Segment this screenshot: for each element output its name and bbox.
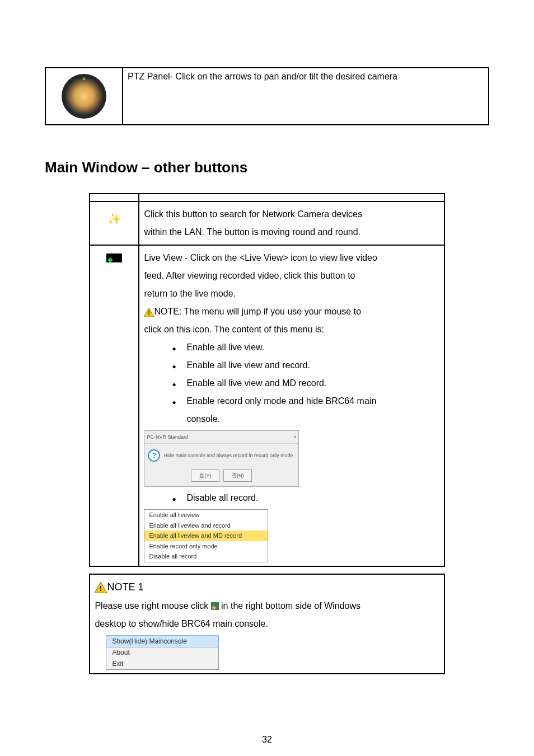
- note-title-line: ! NOTE 1: [95, 577, 439, 597]
- note-text: in the right bottom side of Windows: [219, 601, 360, 611]
- liveview-desc-cell: Live View - Click on the <Live View> ico…: [139, 245, 444, 566]
- dialog-close-icon: ×: [293, 432, 296, 442]
- note-prefix: NOTE:: [154, 307, 184, 316]
- menu-item: Exit: [106, 658, 218, 669]
- bullet-item: Disable all record.: [172, 489, 439, 507]
- search-desc-cell: Click this button to search for Network …: [139, 201, 444, 245]
- text-line: Click this button to search for Network …: [144, 205, 439, 223]
- menu-item: Enable all liveview and record: [144, 520, 268, 531]
- text-line: Live View - Click on the <Live View> ico…: [144, 249, 439, 267]
- menu-item-highlighted: Enable all liveview and MD record: [144, 530, 268, 541]
- text-line: return to the live mode.: [144, 285, 439, 303]
- wand-search-icon: ✨: [107, 205, 121, 230]
- ptz-desc-cell: PTZ Panel- Click on the arrows to pan an…: [123, 68, 489, 125]
- search-icon-cell: ✨: [90, 201, 139, 245]
- warning-icon: !: [144, 308, 154, 317]
- dialog-title: PC-NVR Standard: [147, 432, 188, 442]
- ptz-table: PTZ Panel- Click on the arrows to pan an…: [45, 67, 489, 125]
- warning-icon: !: [95, 582, 107, 593]
- menu-item: Disable all record: [144, 551, 268, 562]
- bullet-item: Enable all live view.: [172, 339, 439, 356]
- note-line: desktop to show/hide BRC64 main console.: [95, 615, 439, 633]
- ptz-icon-cell: [45, 68, 123, 125]
- bullet-text: Enable record only mode and hide BRC64 m…: [186, 396, 376, 406]
- bullet-list: Disable all record.: [144, 489, 439, 507]
- text-line: within the LAN. The button is moving rou…: [144, 223, 439, 241]
- empty-cell: [90, 194, 139, 201]
- section-heading: Main Window – other buttons: [45, 159, 489, 176]
- note-line: ! NOTE: The menu will jump if you use yo…: [144, 303, 439, 321]
- dialog-screenshot: PC-NVR Standard × ? Hide main console an…: [144, 430, 299, 487]
- menu-item: Enable all liveview: [144, 510, 268, 520]
- ptz-dial-icon: [62, 74, 106, 119]
- bullet-item: Enable record only mode and hide BRC64 m…: [172, 392, 439, 410]
- menu-item: Enable record only mode: [144, 541, 268, 552]
- svg-text:!: !: [148, 309, 151, 316]
- question-icon: ?: [148, 449, 160, 462]
- page-number: 32: [0, 735, 534, 745]
- bullet-cont: console.: [144, 410, 439, 428]
- note-title-text: NOTE 1: [107, 581, 143, 593]
- liveview-icon-cell: [90, 245, 139, 566]
- live-view-icon: [106, 253, 122, 262]
- bullet-item: Enable all live view and record.: [172, 356, 439, 374]
- note-text: Please use right mouse click: [95, 601, 210, 611]
- empty-cell: [139, 194, 444, 201]
- main-table: ✨ Click this button to search for Networ…: [89, 193, 444, 567]
- note-text: The menu will jump if you use your mouse…: [184, 307, 361, 316]
- bullet-item: Enable all live view and MD record.: [172, 374, 439, 392]
- bullet-list: Enable all live view. Enable all live vi…: [144, 339, 439, 410]
- systray-menu-screenshot: Show(Hide) Mainconsole About Exit: [106, 635, 219, 670]
- note-box: ! NOTE 1 Please use right mouse click in…: [89, 574, 444, 674]
- liveview-menu-screenshot: Enable all liveview Enable all liveview …: [144, 509, 268, 562]
- svg-text:!: !: [100, 584, 102, 593]
- systray-app-icon: [211, 602, 219, 610]
- dialog-yes-button: 是(Y): [191, 469, 219, 482]
- dialog-message: Hide main console and always record in r…: [163, 450, 293, 461]
- note-line: Please use right mouse click in the righ…: [95, 597, 439, 615]
- menu-item: About: [106, 647, 218, 658]
- ptz-desc: PTZ Panel- Click on the arrows to pan an…: [128, 72, 397, 81]
- dialog-no-button: 否(N): [223, 469, 252, 482]
- menu-item-highlighted: Show(Hide) Mainconsole: [106, 635, 219, 647]
- text-line: feed. After viewing recorded video, clic…: [144, 267, 439, 285]
- text-line: click on this icon. The content of this …: [144, 321, 439, 339]
